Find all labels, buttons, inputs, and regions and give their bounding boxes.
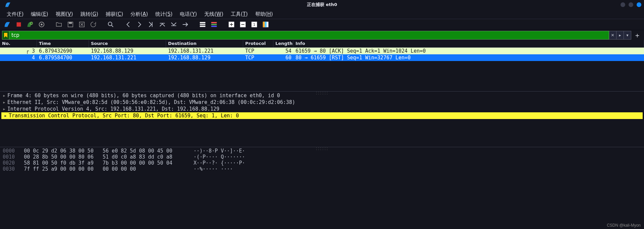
window-controls: [621, 2, 641, 7]
svg-rect-12: [211, 24, 217, 25]
zoom-reset-button[interactable]: 1: [250, 20, 259, 29]
detail-tcp[interactable]: ▸Transmission Control Protocol, Src Port…: [1, 112, 643, 119]
save-file-button[interactable]: [66, 20, 75, 29]
titlebar: 正在捕获 eth0: [0, 0, 644, 9]
stop-capture-button[interactable]: [14, 20, 23, 29]
add-filter-button[interactable]: ＋: [633, 31, 642, 40]
col-header-length[interactable]: Length: [273, 40, 293, 47]
hex-line[interactable]: 0010 00 28 8b 50 00 00 80 06 51 d0 c0 a8…: [3, 154, 641, 160]
capture-options-button[interactable]: [37, 20, 46, 29]
start-capture-button[interactable]: [3, 20, 12, 29]
menu-item-5[interactable]: 分析(A): [127, 10, 151, 19]
col-header-info[interactable]: Info: [293, 40, 644, 47]
menu-item-0[interactable]: 文件(F): [3, 10, 27, 19]
detail-ethernet[interactable]: ▸Ethernet II, Src: VMware_e0:82:5d (00:5…: [0, 99, 644, 106]
zoom-in-button[interactable]: [227, 20, 236, 29]
minimize-button[interactable]: [621, 2, 625, 7]
colorize-button[interactable]: [198, 20, 207, 29]
col-header-destination[interactable]: Destination: [166, 40, 243, 47]
packet-row[interactable]: ┌ 36.879432690192.168.88.129192.168.131.…: [0, 48, 644, 54]
packet-list-header: No. Time Source Destination Protocol Len…: [0, 40, 644, 48]
packet-details-pane[interactable]: ············ ▸Frame 4: 60 bytes on wire …: [0, 91, 644, 147]
open-file-button[interactable]: [54, 20, 64, 29]
svg-point-7: [108, 22, 112, 26]
menu-item-8[interactable]: 无线(W): [201, 10, 227, 19]
menu-item-7[interactable]: 电话(Y): [176, 10, 200, 19]
go-to-packet-button[interactable]: [146, 20, 156, 29]
filter-apply-button[interactable]: ▸: [616, 31, 624, 40]
close-file-button[interactable]: [77, 20, 87, 29]
filter-bookmark-button[interactable]: [2, 31, 9, 40]
col-header-no[interactable]: No.: [0, 40, 37, 47]
svg-rect-0: [17, 22, 21, 27]
filter-clear-button[interactable]: ✕: [609, 31, 616, 40]
colorize-rules-button[interactable]: [209, 20, 219, 29]
packet-list[interactable]: ┌ 36.879432690192.168.88.129192.168.131.…: [0, 48, 644, 91]
window-title: 正在捕获 eth0: [307, 2, 337, 8]
svg-rect-8: [200, 22, 206, 23]
find-button[interactable]: [106, 20, 115, 29]
menu-item-10[interactable]: 帮助(H): [252, 10, 276, 19]
hex-line[interactable]: 0020 58 81 00 50 f0 db 3f a9 7b b3 00 00…: [3, 160, 641, 166]
menu-item-3[interactable]: 跳转(G): [77, 10, 102, 19]
packet-bytes-pane[interactable]: ············ 0000 00 0c 29 d2 06 38 00 5…: [0, 147, 644, 175]
display-filter-input[interactable]: [9, 31, 609, 40]
col-header-time[interactable]: Time: [37, 40, 89, 47]
menu-item-2[interactable]: 视图(V): [52, 10, 76, 19]
go-first-button[interactable]: [158, 20, 167, 29]
go-back-button[interactable]: [123, 20, 133, 29]
watermark: CSDN @kali-Myon: [607, 223, 641, 228]
detail-ip[interactable]: ▸Internet Protocol Version 4, Src: 192.1…: [0, 106, 644, 112]
svg-point-3: [41, 23, 43, 25]
col-header-source[interactable]: Source: [89, 40, 166, 47]
toolbar: 1: [0, 19, 644, 30]
close-button[interactable]: [637, 2, 641, 7]
reload-button[interactable]: [89, 20, 98, 29]
zoom-out-button[interactable]: [238, 20, 248, 29]
packet-row[interactable]: 46.879584700192.168.131.221192.168.88.12…: [0, 54, 644, 61]
svg-text:1: 1: [253, 22, 256, 27]
svg-rect-5: [69, 22, 72, 24]
menubar: 文件(F)编辑(E)视图(V)跳转(G)捕获(C)分析(A)统计(S)电话(Y)…: [0, 9, 644, 19]
hex-line[interactable]: 0030 7f ff 25 a9 00 00 00 00 00 00 00 00…: [3, 166, 641, 172]
col-header-protocol[interactable]: Protocol: [243, 40, 273, 47]
menu-item-6[interactable]: 统计(S): [152, 10, 176, 19]
pane-drag-handle-icon[interactable]: ············: [316, 147, 329, 151]
menu-item-4[interactable]: 捕获(C): [102, 10, 126, 19]
svg-rect-13: [211, 26, 217, 27]
svg-rect-20: [265, 22, 267, 27]
restart-capture-button[interactable]: [25, 20, 35, 29]
svg-rect-19: [263, 22, 265, 27]
pane-drag-handle-icon[interactable]: ············: [316, 91, 329, 95]
svg-rect-10: [200, 26, 206, 27]
resize-columns-button[interactable]: [261, 20, 270, 29]
filter-dropdown-button[interactable]: ▾: [624, 31, 631, 40]
menu-item-9[interactable]: 工具(T): [227, 10, 251, 19]
go-forward-button[interactable]: [135, 20, 144, 29]
go-last-button[interactable]: [169, 20, 178, 29]
auto-scroll-button[interactable]: [180, 20, 190, 29]
app-icon: [5, 1, 11, 8]
menu-item-1[interactable]: 编辑(E): [28, 10, 51, 19]
filter-bar: ✕ ▸ ▾ ＋: [0, 30, 644, 40]
svg-rect-9: [200, 24, 206, 25]
maximize-button[interactable]: [629, 2, 633, 7]
svg-rect-11: [211, 22, 217, 23]
